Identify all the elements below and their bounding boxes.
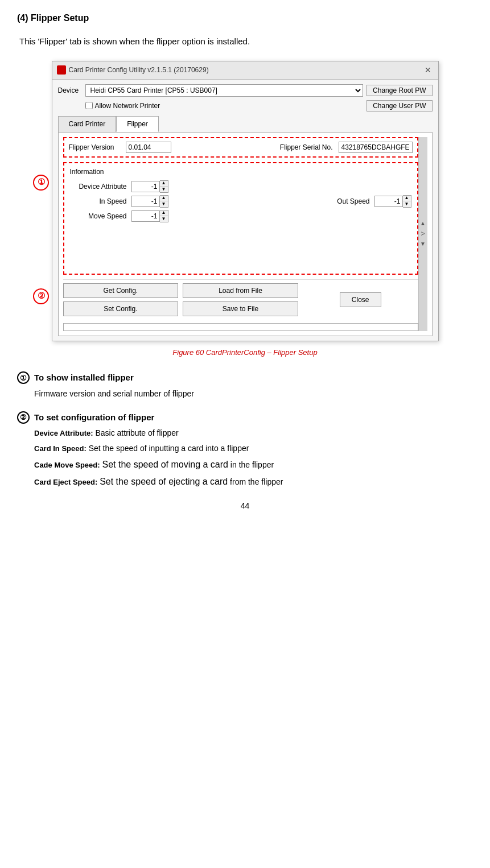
information-title: Information xyxy=(70,167,411,177)
attr-card-eject-speed-text-large: Set the speed of ejecting a card xyxy=(100,477,228,486)
device-attr-spinner: -1 ▲ ▼ xyxy=(131,180,168,193)
window-titlebar: Card Printer Config Utility v2.1.5.1 (20… xyxy=(52,61,438,80)
attr-device-attribute-label: Device Attribute: xyxy=(34,429,93,437)
page-title: (4) Flipper Setup xyxy=(17,11,473,25)
flipper-version-section: Flipper Version Flipper Serial No. xyxy=(63,137,418,158)
section-1-number: ① xyxy=(17,371,30,384)
out-speed-spinner-btns[interactable]: ▲ ▼ xyxy=(403,195,411,208)
page-number: 44 xyxy=(17,500,473,512)
figure-caption: Figure 60 CardPrinterConfig – Flipper Se… xyxy=(17,347,473,358)
progress-bar xyxy=(63,323,418,331)
in-speed-label: In Speed xyxy=(70,196,127,206)
change-root-pw-button[interactable]: Change Root PW xyxy=(367,85,432,96)
out-speed-down[interactable]: ▼ xyxy=(403,201,411,207)
flipper-version-input[interactable] xyxy=(126,142,171,153)
circle-label-2: ② xyxy=(33,288,49,304)
device-select[interactable]: Heidi CP55 Card Printer [CP55 : USB007] xyxy=(85,84,364,97)
tab-card-printer[interactable]: Card Printer xyxy=(58,116,117,132)
close-button[interactable]: Close xyxy=(340,292,381,307)
device-row: Device Heidi CP55 Card Printer [CP55 : U… xyxy=(58,84,433,97)
in-speed-down[interactable]: ▼ xyxy=(160,201,168,207)
device-attr-row: Device Attribute -1 ▲ ▼ xyxy=(70,180,411,193)
section-1-title: To show installed flipper xyxy=(34,371,134,385)
attr-cade-move-speed-text-large: Set the speed of moving a card xyxy=(102,460,228,469)
save-to-file-button[interactable]: Save to File xyxy=(183,301,298,316)
allow-network-checkbox[interactable] xyxy=(85,102,93,109)
section-2-title: To set configuration of flipper xyxy=(34,411,154,424)
in-speed-spinner-btns[interactable]: ▲ ▼ xyxy=(160,195,168,208)
out-speed-spinner: -1 ▲ ▼ xyxy=(374,195,411,208)
attr-card-in-speed-label: Card In Speed: xyxy=(34,444,87,453)
out-speed-label: Out Speed xyxy=(337,196,369,206)
move-speed-down[interactable]: ▼ xyxy=(160,216,168,222)
move-speed-label: Move Speed xyxy=(70,211,127,221)
tabs-row: Card Printer Flipper xyxy=(58,116,433,132)
main-panel: Flipper Version Flipper Serial No. Infor… xyxy=(63,137,418,331)
attr-device-attribute-text: Basic attribute of flipper xyxy=(95,428,178,437)
speed-row: In Speed -1 ▲ ▼ Out Speed xyxy=(70,195,411,208)
move-speed-value: -1 xyxy=(131,210,160,222)
in-speed-spinner: -1 ▲ ▼ xyxy=(131,195,168,208)
in-speed-value: -1 xyxy=(131,196,160,207)
window-title: Card Printer Config Utility v2.1.5.1 (20… xyxy=(57,65,209,75)
move-speed-spinner: -1 ▲ ▼ xyxy=(131,210,168,222)
app-window: Card Printer Config Utility v2.1.5.1 (20… xyxy=(52,61,439,341)
attr-device-attribute: Device Attribute: Basic attribute of fli… xyxy=(34,427,473,439)
scrollbar[interactable]: ▲ > ▼ xyxy=(418,137,427,331)
information-section: Information Device Attribute -1 ▲ ▼ xyxy=(63,162,418,275)
tab-flipper[interactable]: Flipper xyxy=(116,116,159,132)
app-icon xyxy=(57,65,66,75)
get-config-button[interactable]: Get Config. xyxy=(63,283,179,298)
progress-row xyxy=(63,323,418,331)
attr-card-in-speed: Card In Speed: Set the speed of inputtin… xyxy=(34,443,473,454)
right-buttons: Close xyxy=(303,283,418,316)
bottom-buttons: Get Config. Set Config. Load from File S… xyxy=(63,279,418,320)
content-area: Flipper Version Flipper Serial No. Infor… xyxy=(58,132,433,336)
device-attr-value: -1 xyxy=(131,181,160,192)
section-2-heading: ② To set configuration of flipper xyxy=(17,411,473,424)
device-label: Device xyxy=(58,85,82,96)
device-attr-label: Device Attribute xyxy=(70,181,127,192)
scroll-down-arrow[interactable]: ▼ xyxy=(420,241,426,247)
attr-cade-move-speed-text-small: in the flipper xyxy=(228,460,274,469)
attr-card-eject-speed-label: Card Eject Speed: xyxy=(34,478,97,486)
allow-network-label[interactable]: Allow Network Printer xyxy=(85,101,160,111)
move-speed-spinner-btns[interactable]: ▲ ▼ xyxy=(160,210,168,222)
intro-text: This 'Flipper' tab is shown when the fli… xyxy=(19,35,473,48)
flipper-version-row: Flipper Version Flipper Serial No. xyxy=(69,142,413,153)
attr-card-eject-speed-text-small: from the flipper xyxy=(228,477,283,486)
attr-card-in-speed-text: Set the speed of inputting a card into a… xyxy=(89,444,249,453)
window-body: Device Heidi CP55 Card Printer [CP55 : U… xyxy=(52,80,438,341)
network-row: Allow Network Printer Change User PW xyxy=(85,100,433,111)
left-buttons: Get Config. Set Config. xyxy=(63,283,179,316)
change-user-pw-button[interactable]: Change User PW xyxy=(367,100,432,111)
scroll-right-indicator: > xyxy=(421,229,425,239)
scroll-up-arrow[interactable]: ▲ xyxy=(420,221,426,226)
section-2-body: Device Attribute: Basic attribute of fli… xyxy=(34,427,473,489)
middle-buttons: Load from File Save to File xyxy=(183,283,298,316)
section-1-heading: ① To show installed flipper xyxy=(17,371,473,385)
device-attr-down[interactable]: ▼ xyxy=(160,187,168,192)
out-speed-value: -1 xyxy=(374,196,403,207)
move-speed-row: Move Speed -1 ▲ ▼ xyxy=(70,210,411,222)
section-2-number: ② xyxy=(17,411,30,424)
attr-cade-move-speed-label: Cade Move Speed: xyxy=(34,461,100,469)
circle-label-1: ① xyxy=(33,175,49,191)
load-from-file-button[interactable]: Load from File xyxy=(183,283,298,298)
attr-card-eject-speed: Card Eject Speed: Set the speed of eject… xyxy=(34,475,473,489)
device-attr-spinner-btns[interactable]: ▲ ▼ xyxy=(160,180,168,193)
flipper-version-label: Flipper Version xyxy=(69,142,120,152)
section-1-body: Firmware version and serial number of fl… xyxy=(34,388,473,400)
attr-cade-move-speed: Cade Move Speed: Set the speed of moving… xyxy=(34,458,473,472)
flipper-serial-input[interactable] xyxy=(339,142,413,153)
close-button[interactable]: ✕ xyxy=(422,64,434,76)
info-empty-area xyxy=(70,225,411,270)
set-config-button[interactable]: Set Config. xyxy=(63,301,179,316)
flipper-serial-label: Flipper Serial No. xyxy=(280,142,333,152)
